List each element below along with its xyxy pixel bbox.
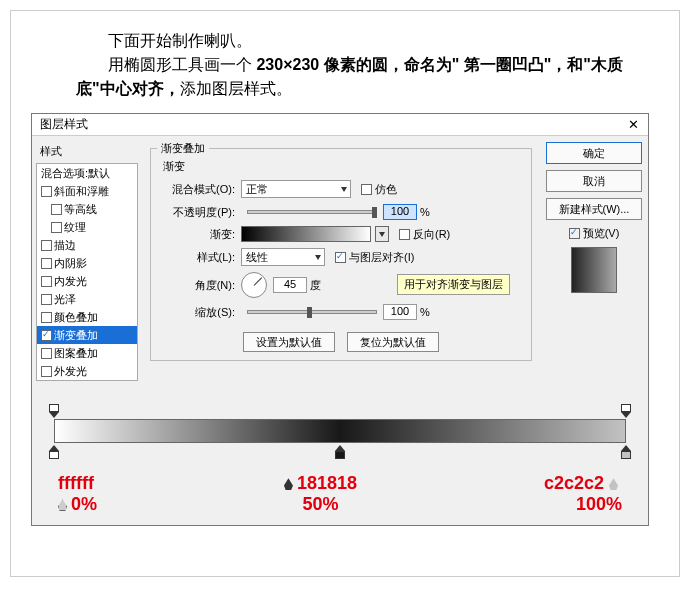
set-default-button[interactable]: 设置为默认值 bbox=[243, 332, 335, 352]
gradient-dropdown-icon[interactable] bbox=[375, 226, 389, 242]
checkbox[interactable] bbox=[41, 366, 52, 377]
default-buttons: 设置为默认值 复位为默认值 bbox=[159, 332, 523, 352]
blend-mode-combo[interactable]: 正常 bbox=[241, 180, 351, 198]
style-item-outerglow[interactable]: 外发光 bbox=[37, 362, 137, 380]
doc-line2-pre: 用椭圆形工具画一个 bbox=[108, 56, 256, 73]
angle-unit: 度 bbox=[310, 278, 321, 293]
checkbox[interactable] bbox=[41, 258, 52, 269]
checkbox[interactable] bbox=[361, 184, 372, 195]
align-checkbox[interactable]: 与图层对齐(I) bbox=[335, 250, 414, 265]
gradient-editor: ffffff 0% 181818 50% c2c2c2 100% bbox=[32, 387, 648, 525]
opacity-stop-right[interactable] bbox=[621, 405, 631, 417]
style-item-bevel[interactable]: 斜面和浮雕 bbox=[37, 182, 137, 200]
sub-title: 渐变 bbox=[163, 159, 523, 174]
close-icon[interactable]: ✕ bbox=[626, 118, 640, 132]
dialog-titlebar[interactable]: 图层样式 ✕ bbox=[32, 114, 648, 136]
checkbox[interactable] bbox=[41, 312, 52, 323]
color-stop-100[interactable] bbox=[621, 445, 631, 457]
percent-label: % bbox=[420, 306, 430, 318]
page: 下面开始制作喇叭。 用椭圆形工具画一个 230×230 像素的圆，命名为" 第一… bbox=[10, 10, 680, 577]
checkbox[interactable] bbox=[41, 186, 52, 197]
opacity-label: 不透明度(P): bbox=[159, 205, 235, 220]
checkbox[interactable] bbox=[41, 294, 52, 305]
group-title: 渐变叠加 bbox=[157, 141, 209, 156]
stop-label-0: ffffff 0% bbox=[58, 473, 97, 515]
gradient-swatch[interactable] bbox=[241, 226, 371, 242]
scale-field[interactable]: 100 bbox=[383, 304, 417, 320]
settings-panel: 渐变叠加 渐变 混合模式(O): 正常 仿色 不透明度(P): 100 % bbox=[142, 136, 540, 387]
angle-field[interactable]: 45 bbox=[273, 277, 307, 293]
checkbox[interactable] bbox=[399, 229, 410, 240]
dither-checkbox[interactable]: 仿色 bbox=[361, 182, 397, 197]
checkbox[interactable] bbox=[41, 348, 52, 359]
percent-label: % bbox=[420, 206, 430, 218]
style-item-gradientoverlay[interactable]: 渐变叠加 bbox=[37, 326, 137, 344]
checkbox[interactable] bbox=[51, 204, 62, 215]
gradient-row: 渐变: 反向(R) bbox=[159, 226, 523, 242]
checkbox[interactable] bbox=[335, 252, 346, 263]
style-combo[interactable]: 线性 bbox=[241, 248, 325, 266]
dialog-title: 图层样式 bbox=[40, 116, 88, 133]
stop-label-1: 181818 50% bbox=[284, 473, 357, 515]
style-list: 混合选项:默认 斜面和浮雕 等高线 纹理 描边 内阴影 内发光 光泽 颜色叠加 … bbox=[36, 163, 138, 381]
reverse-checkbox[interactable]: 反向(R) bbox=[399, 227, 450, 242]
style-item-patternoverlay[interactable]: 图案叠加 bbox=[37, 344, 137, 362]
action-panel: 确定 取消 新建样式(W)... ✓ 预览(V) bbox=[540, 136, 648, 387]
reset-default-button[interactable]: 复位为默认值 bbox=[347, 332, 439, 352]
style-label: 样式(L): bbox=[159, 250, 235, 265]
new-style-button[interactable]: 新建样式(W)... bbox=[546, 198, 642, 220]
color-stop-0[interactable] bbox=[49, 445, 59, 457]
doc-line1: 下面开始制作喇叭。 bbox=[108, 32, 252, 49]
ok-button[interactable]: 确定 bbox=[546, 142, 642, 164]
cancel-button[interactable]: 取消 bbox=[546, 170, 642, 192]
droplet-icon bbox=[609, 478, 618, 490]
scale-slider[interactable] bbox=[247, 310, 377, 314]
gradient-labels: ffffff 0% 181818 50% c2c2c2 100% bbox=[54, 473, 626, 515]
stop-label-2: c2c2c2 100% bbox=[544, 473, 622, 515]
style-item-coloroverlay[interactable]: 颜色叠加 bbox=[37, 308, 137, 326]
checkbox[interactable] bbox=[41, 276, 52, 287]
opacity-row: 不透明度(P): 100 % bbox=[159, 204, 523, 220]
style-item-innershadow[interactable]: 内阴影 bbox=[37, 254, 137, 272]
blend-options-item[interactable]: 混合选项:默认 bbox=[37, 164, 137, 182]
opacity-slider[interactable] bbox=[247, 210, 377, 214]
blend-mode-label: 混合模式(O): bbox=[159, 182, 235, 197]
style-item-satin[interactable]: 光泽 bbox=[37, 290, 137, 308]
checkbox[interactable] bbox=[51, 222, 62, 233]
style-row: 样式(L): 线性 与图层对齐(I) bbox=[159, 248, 523, 266]
preview-thumbnail bbox=[571, 247, 617, 293]
opacity-field[interactable]: 100 bbox=[383, 204, 417, 220]
angle-dial[interactable] bbox=[241, 272, 267, 298]
style-item-contour[interactable]: 等高线 bbox=[37, 200, 137, 218]
preview-checkbox[interactable]: ✓ 预览(V) bbox=[546, 226, 642, 241]
droplet-icon bbox=[284, 478, 293, 490]
gradient-group: 渐变叠加 渐变 混合模式(O): 正常 仿色 不透明度(P): 100 % bbox=[150, 148, 532, 361]
checkbox[interactable] bbox=[41, 330, 52, 341]
tooltip: 用于对齐渐变与图层 bbox=[397, 274, 510, 295]
checkbox[interactable] bbox=[41, 240, 52, 251]
angle-label: 角度(N): bbox=[159, 278, 235, 293]
style-item-stroke[interactable]: 描边 bbox=[37, 236, 137, 254]
blend-mode-row: 混合模式(O): 正常 仿色 bbox=[159, 180, 523, 198]
styles-label: 样式 bbox=[40, 144, 138, 159]
style-item-innerglow[interactable]: 内发光 bbox=[37, 272, 137, 290]
scale-label: 缩放(S): bbox=[159, 305, 235, 320]
gradient-preview-bar[interactable] bbox=[54, 419, 626, 443]
color-stop-50[interactable] bbox=[335, 445, 345, 457]
layer-style-dialog: 图层样式 ✕ 样式 混合选项:默认 斜面和浮雕 等高线 纹理 描边 内阴影 内发… bbox=[31, 113, 649, 526]
doc-line2-post: 添加图层样式。 bbox=[180, 80, 292, 97]
gradient-bar[interactable] bbox=[54, 409, 626, 451]
styles-panel: 样式 混合选项:默认 斜面和浮雕 等高线 纹理 描边 内阴影 内发光 光泽 颜色… bbox=[32, 136, 142, 387]
checkbox[interactable]: ✓ bbox=[569, 228, 580, 239]
opacity-stop-left[interactable] bbox=[49, 405, 59, 417]
droplet-icon bbox=[58, 499, 67, 511]
document-text: 下面开始制作喇叭。 用椭圆形工具画一个 230×230 像素的圆，命名为" 第一… bbox=[76, 29, 639, 101]
scale-row: 缩放(S): 100 % bbox=[159, 304, 523, 320]
style-item-texture[interactable]: 纹理 bbox=[37, 218, 137, 236]
gradient-label: 渐变: bbox=[159, 227, 235, 242]
